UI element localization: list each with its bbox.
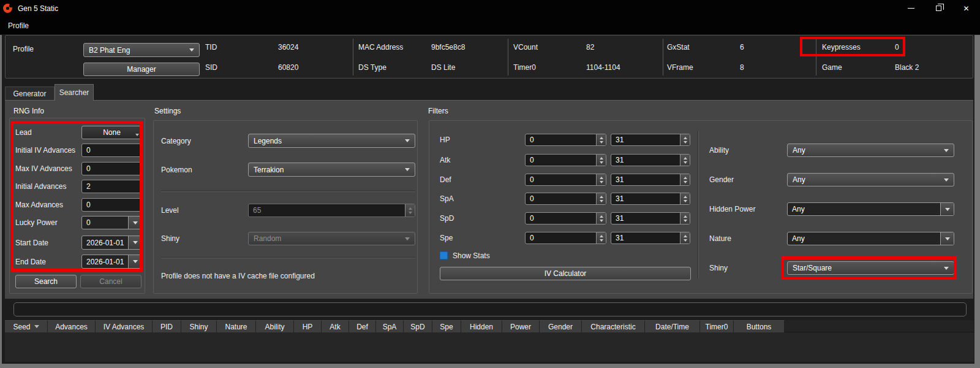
ability-filter-row: Ability Any [709,144,954,157]
tab-label: Generator [13,90,46,98]
end-date-edit[interactable]: 2026-01-01 [81,255,142,269]
window-border [0,364,980,368]
hidden-power-combobox[interactable]: Any [787,202,954,216]
spa-min-spinbox[interactable]: 0 [525,193,606,205]
search-button[interactable]: Search [15,275,77,288]
column-header-hp[interactable]: HP [294,320,322,332]
spinbox-value: 0 [530,194,534,203]
column-header-advances[interactable]: Advances [48,320,96,332]
column-header-shiny[interactable]: Shiny [181,320,217,332]
atk-max-spinbox[interactable]: 31 [611,154,690,166]
restore-button[interactable] [925,0,952,17]
column-header-seed[interactable]: Seed [5,320,48,332]
spinner-buttons[interactable] [680,232,690,243]
nature-combobox[interactable]: Any [787,232,954,245]
spinbox-value: 0 [530,156,534,164]
combobox-value: Any [793,175,805,184]
spinbox-value: 31 [616,175,624,184]
hp-min-spinbox[interactable]: 0 [525,134,606,146]
results-table-body[interactable] [5,332,974,362]
column-header-spe[interactable]: Spe [432,320,461,332]
close-button[interactable]: ✕ [952,0,980,17]
column-label: Advances [55,323,88,331]
tab-searcher[interactable]: Searcher [55,84,94,101]
column-header-iv-advances[interactable]: IV Advances [96,320,153,332]
shiny-filter-combobox[interactable]: Star/Square [787,261,954,275]
category-combobox[interactable]: Legends [248,134,415,148]
spinner-buttons[interactable] [596,174,606,185]
column-header-datetime[interactable]: Date/Time [645,320,700,332]
spinner-buttons[interactable] [596,232,606,243]
spinner-buttons[interactable] [596,134,606,145]
spin-up-icon [600,137,603,139]
spd-max-spinbox[interactable]: 31 [611,212,690,224]
tab-generator[interactable]: Generator [5,86,55,100]
sort-descending-icon [34,325,39,328]
column-header-spd[interactable]: SpD [404,320,432,332]
column-header-def[interactable]: Def [349,320,376,332]
atk-label: Atk [440,156,521,164]
max-advances-input[interactable]: 0 [81,198,142,212]
spinner-buttons[interactable] [680,174,690,185]
spinbox-value: 31 [616,156,624,164]
hidden-power-label: Hidden Power [709,205,787,213]
column-header-nature[interactable]: Nature [217,320,256,332]
field-label: SID [205,63,278,72]
pokemon-combobox[interactable]: Terrakion [248,163,415,177]
column-header-hidden[interactable]: Hidden [461,320,502,332]
spd-min-spinbox[interactable]: 0 [525,212,606,224]
profile-combobox[interactable]: B2 Phat Eng [83,43,200,57]
column-header-power[interactable]: Power [502,320,540,332]
def-min-spinbox[interactable]: 0 [525,174,606,186]
spin-up-icon [600,157,603,159]
spin-down-icon [684,200,687,202]
app-window: Gen 5 Static ✕ Profile Profile B2 Phat E… [0,0,980,368]
dropdown-button[interactable] [940,232,954,245]
spinner-buttons[interactable] [680,193,690,204]
dropdown-button[interactable] [940,203,954,215]
spinner-buttons[interactable] [596,155,606,166]
spe-min-spinbox[interactable]: 0 [525,232,606,244]
column-header-gender[interactable]: Gender [540,320,582,332]
lucky-power-combobox[interactable]: 0 [81,216,142,229]
column-header-buttons[interactable]: Buttons [734,320,785,332]
spinner-buttons[interactable] [596,193,606,204]
spinner-buttons[interactable] [680,134,690,145]
column-header-characteristic[interactable]: Characteristic [582,320,645,332]
column-header-pid[interactable]: PID [153,320,181,332]
column-header-atk[interactable]: Atk [322,320,349,332]
spin-up-icon [684,215,687,218]
start-date-edit[interactable]: 2026-01-01 [81,236,142,250]
gender-combobox[interactable]: Any [787,173,954,186]
menu-profile[interactable]: Profile [0,17,37,34]
lead-button[interactable]: None [81,126,142,139]
spinner-buttons[interactable] [680,213,690,224]
spinner-buttons[interactable] [596,213,606,224]
spinner-buttons[interactable] [680,155,690,166]
calendar-dropdown-button[interactable] [128,236,141,249]
initial-advances-input[interactable]: 2 [81,180,142,193]
column-header-spa[interactable]: SpA [376,320,404,332]
ability-combobox[interactable]: Any [787,144,954,157]
calendar-dropdown-button[interactable] [128,255,141,268]
combobox-value: Legends [254,137,282,145]
initial-advances-row: Initial Advances 2 [15,180,142,193]
column-header-timer0[interactable]: Timer0 [700,320,734,332]
spe-max-spinbox[interactable]: 31 [611,232,690,244]
window-title: Gen 5 Static [18,4,58,13]
show-stats-checkbox[interactable] [440,251,448,259]
manager-button[interactable]: Manager [83,63,200,76]
minimize-icon [908,8,914,9]
profile-col-keypresses-game: Keypresses0 GameBlack 2 [822,36,969,78]
def-max-spinbox[interactable]: 31 [611,174,690,186]
chevron-down-icon [945,237,950,240]
atk-min-spinbox[interactable]: 0 [525,154,606,166]
initial-iv-advances-input[interactable]: 0 [81,144,142,157]
column-header-ability[interactable]: Ability [256,320,294,332]
hp-max-spinbox[interactable]: 31 [611,134,690,146]
max-iv-advances-input[interactable]: 0 [81,162,142,175]
spa-max-spinbox[interactable]: 31 [611,193,690,205]
dropdown-button[interactable] [128,217,141,229]
minimize-button[interactable] [897,0,925,17]
iv-calculator-button[interactable]: IV Calculator [440,267,691,280]
